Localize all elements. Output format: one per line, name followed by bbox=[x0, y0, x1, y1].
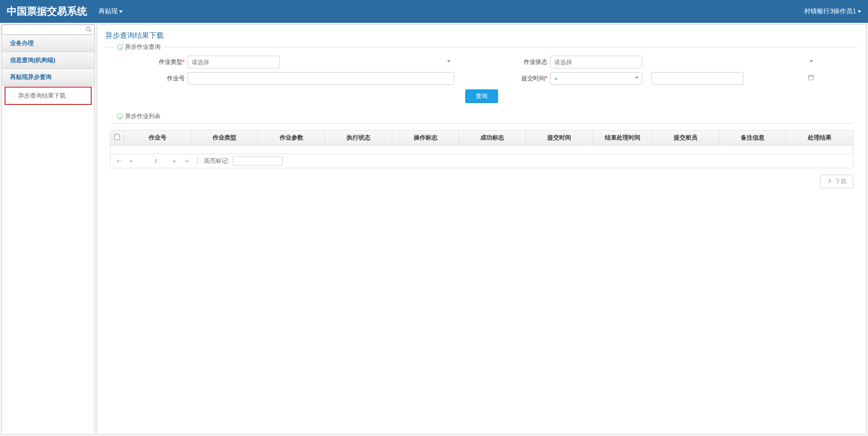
col-result: 处理结果 bbox=[786, 130, 853, 145]
chevron-down-icon bbox=[810, 60, 813, 62]
page-last-icon[interactable]: ⇥ bbox=[182, 157, 191, 164]
job-status-select[interactable] bbox=[550, 56, 642, 68]
page-next-icon[interactable]: ▸ bbox=[172, 157, 178, 164]
download-icon bbox=[827, 178, 832, 185]
user-menu[interactable]: 村镇银行3操作员1 bbox=[804, 7, 861, 16]
submit-time-op-select[interactable] bbox=[550, 72, 642, 85]
download-button[interactable]: 下载 bbox=[820, 175, 853, 188]
table-header-row: 作业号 作业类型 作业参数 执行状态 操作标志 成功标志 提交时间 结束处理时间… bbox=[110, 130, 853, 145]
chevron-down-icon bbox=[858, 10, 861, 13]
col-job-params: 作业参数 bbox=[258, 130, 325, 145]
table-empty-row bbox=[110, 145, 853, 154]
col-submit-time: 提交时间 bbox=[526, 130, 593, 145]
sidebar-item-info-query[interactable]: 信息查询(机构端) bbox=[2, 52, 94, 69]
page-title: 异步查询结果下载 bbox=[105, 31, 858, 41]
app-title: 中国票据交易系统 bbox=[7, 5, 87, 18]
page-current-input[interactable] bbox=[138, 157, 151, 165]
submit-time-date-input[interactable] bbox=[651, 72, 743, 85]
col-checkbox[interactable] bbox=[110, 130, 124, 145]
col-success-flag: 成功标志 bbox=[459, 130, 526, 145]
chevron-down-icon bbox=[119, 10, 123, 13]
page-first-icon[interactable]: ⇤ bbox=[115, 157, 124, 164]
col-job-no: 作业号 bbox=[124, 130, 191, 145]
col-exec-status: 执行状态 bbox=[325, 130, 392, 145]
collapse-icon: ⌄ bbox=[117, 114, 123, 119]
sidebar-search bbox=[2, 25, 94, 35]
list-section: ⌄ 异步作业列表 作业号 作业类型 作业参数 执行状态 操作标志 成功标志 bbox=[105, 117, 858, 188]
list-legend-label: 异步作业列表 bbox=[125, 112, 161, 120]
chevron-down-icon bbox=[447, 60, 451, 62]
job-no-input[interactable] bbox=[187, 72, 454, 85]
page-prev-icon[interactable]: ◂ bbox=[127, 157, 134, 164]
label-job-type: 作业类型* bbox=[146, 58, 187, 66]
list-legend[interactable]: ⌄ 异步作业列表 bbox=[114, 112, 163, 120]
top-menu-rediscount[interactable]: 再贴现 bbox=[99, 7, 123, 16]
download-label: 下载 bbox=[835, 177, 847, 186]
select-all-checkbox[interactable] bbox=[114, 134, 120, 140]
query-legend[interactable]: ⌄ 异步作业查询 bbox=[114, 43, 163, 51]
calendar-icon bbox=[808, 74, 814, 82]
query-legend-label: 异步作业查询 bbox=[125, 43, 161, 51]
user-label: 村镇银行3操作员1 bbox=[804, 7, 856, 16]
main-content: 异步查询结果下载 ⌄ 异步作业查询 作业类型* bbox=[97, 24, 867, 435]
label-job-status: 作业状态 bbox=[509, 58, 550, 66]
sidebar-item-business[interactable]: 业务办理 bbox=[2, 35, 94, 52]
label-job-no: 作业号 bbox=[146, 74, 187, 83]
col-job-type: 作业类型 bbox=[191, 130, 258, 145]
pager: ⇤ ◂ / ▸ ⇥ 高亮标记: bbox=[110, 154, 853, 168]
app-header: 中国票据交易系统 再贴现 村镇银行3操作员1 bbox=[0, 0, 868, 23]
col-submit-teller: 提交柜员 bbox=[652, 130, 719, 145]
top-menu-label: 再贴现 bbox=[99, 7, 118, 16]
collapse-icon: ⌄ bbox=[117, 44, 123, 50]
highlight-label: 高亮标记: bbox=[204, 157, 229, 165]
col-remark: 备注信息 bbox=[719, 130, 786, 145]
job-type-select[interactable] bbox=[187, 56, 280, 68]
sidebar-item-async-query[interactable]: 再贴现异步查询 bbox=[2, 69, 94, 86]
search-input[interactable] bbox=[2, 25, 94, 35]
col-end-time: 结束处理时间 bbox=[593, 130, 652, 145]
job-table: 作业号 作业类型 作业参数 执行状态 操作标志 成功标志 提交时间 结束处理时间… bbox=[110, 130, 853, 168]
sidebar: 业务办理 信息查询(机构端) 再贴现异步查询 异步查询结果下载 bbox=[1, 24, 95, 435]
query-button[interactable]: 查询 bbox=[465, 89, 498, 103]
page-slash: / bbox=[155, 157, 157, 164]
sidebar-subitem-download[interactable]: 异步查询结果下载 bbox=[5, 87, 92, 105]
svg-rect-2 bbox=[809, 76, 814, 80]
pager-divider bbox=[197, 157, 198, 165]
col-op-flag: 操作标志 bbox=[392, 130, 459, 145]
highlight-input[interactable] bbox=[233, 156, 283, 166]
label-submit-time: 提交时间* bbox=[509, 74, 550, 83]
query-section: ⌄ 异步作业查询 作业类型* 作业状态 bbox=[105, 47, 858, 109]
